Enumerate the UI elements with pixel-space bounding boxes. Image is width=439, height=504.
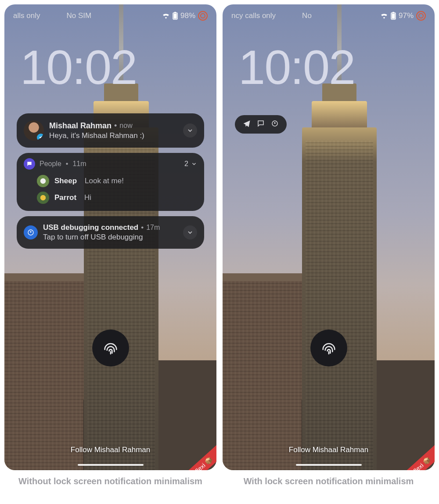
- conversation-message: Look at me!: [85, 177, 124, 185]
- battery-icon: [391, 12, 396, 20]
- home-indicator[interactable]: [78, 464, 144, 466]
- lockscreen-left: alls only No SIM 98% 10:02: [4, 4, 216, 470]
- telegram-icon: [243, 120, 251, 129]
- carrier-text: alls only: [13, 11, 40, 20]
- battery-percent: 97%: [399, 11, 414, 20]
- wallpaper-empire-state: [302, 75, 377, 470]
- fingerprint-icon: [320, 339, 338, 357]
- avatar: [37, 192, 49, 204]
- carrier-text: ncy calls only: [231, 11, 276, 20]
- battery-percent: 98%: [180, 11, 195, 20]
- wifi-icon: [162, 13, 170, 19]
- wallpaper-building: [223, 281, 315, 470]
- usb-debug-icon: [271, 120, 279, 129]
- notif-message: Tap to turn off USB debugging: [43, 233, 178, 242]
- wifi-icon: [380, 13, 388, 19]
- expand-button[interactable]: [183, 225, 197, 239]
- notif-message: Heya, it's Mishaal Rahman :): [49, 131, 178, 140]
- sim-text: No: [276, 11, 380, 20]
- expand-button[interactable]: [183, 123, 197, 138]
- svg-rect-1: [174, 12, 176, 13]
- status-bar: alls only No SIM 98%: [4, 4, 216, 27]
- fingerprint-button[interactable]: [92, 330, 129, 366]
- conversation-item[interactable]: Parrot Hi: [37, 192, 197, 204]
- wallpaper-building: [4, 281, 97, 470]
- notif-time: 17m: [146, 224, 160, 232]
- svg-rect-5: [392, 12, 394, 13]
- usb-debug-icon: [24, 225, 38, 239]
- avatar: [24, 120, 44, 141]
- conversation-list: Sheep Look at me! Parrot Hi: [24, 175, 197, 204]
- chevron-down-icon: [187, 229, 194, 236]
- conversation-name: Parrot: [54, 193, 76, 202]
- notif-app-name: People: [40, 160, 61, 168]
- notification-stack: Mishaal Rahman • now Heya, it's Mishaal …: [17, 113, 204, 249]
- status-bar: ncy calls only No 97%: [223, 4, 435, 27]
- notification-minimal-pill[interactable]: [235, 115, 287, 134]
- fingerprint-icon: [102, 339, 119, 357]
- notif-time: 11m: [72, 160, 86, 168]
- fingerprint-button[interactable]: [310, 330, 347, 366]
- separator: •: [66, 160, 68, 168]
- notif-count: 2: [184, 160, 188, 168]
- telegram-badge-icon: [37, 134, 44, 141]
- messages-icon: [257, 120, 265, 129]
- wallpaper-watermark: Follow Mishaal Rahman: [223, 446, 435, 454]
- messages-app-icon: [24, 158, 35, 170]
- sim-text: No SIM: [40, 11, 162, 20]
- conversation-message: Hi: [84, 193, 91, 202]
- svg-rect-6: [392, 14, 395, 19]
- notif-title: USB debugging connected: [43, 223, 138, 232]
- separator: •: [141, 223, 144, 232]
- notification-system-usb[interactable]: USB debugging connected • 17m Tap to tur…: [17, 216, 204, 249]
- avatar: [37, 175, 49, 187]
- notif-sender: Mishaal Rahman: [49, 121, 112, 131]
- notification-people-group[interactable]: People • 11m 2 Sheep Look at me!: [17, 153, 204, 211]
- user-switch-icon[interactable]: [416, 11, 426, 21]
- svg-rect-2: [173, 14, 176, 19]
- wallpaper-watermark: Follow Mishaal Rahman: [4, 446, 216, 454]
- lockscreen-right: ncy calls only No 97% 10:02: [223, 4, 435, 470]
- lockscreen-clock: 10:02: [20, 43, 137, 91]
- chevron-down-icon: [187, 127, 194, 134]
- home-indicator[interactable]: [296, 464, 362, 466]
- chevron-down-icon[interactable]: [191, 161, 197, 167]
- user-switch-icon[interactable]: [198, 11, 208, 21]
- separator: •: [114, 121, 117, 131]
- conversation-item[interactable]: Sheep Look at me!: [37, 175, 197, 187]
- panel-caption: Without lock screen notification minimal…: [4, 476, 216, 486]
- battery-icon: [173, 12, 178, 20]
- panel-caption: With lock screen notification minimalism: [223, 476, 435, 486]
- conversation-name: Sheep: [54, 177, 77, 185]
- notification-telegram[interactable]: Mishaal Rahman • now Heya, it's Mishaal …: [17, 113, 204, 148]
- notif-time: now: [119, 122, 132, 130]
- lockscreen-clock: 10:02: [238, 43, 355, 91]
